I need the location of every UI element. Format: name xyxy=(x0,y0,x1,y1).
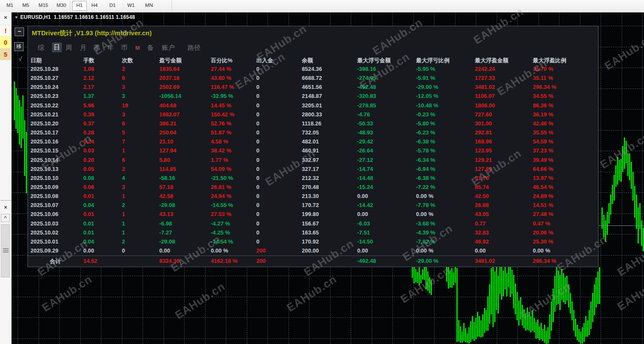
table-cell: 0.00 % xyxy=(211,247,228,254)
grid-line-horizontal xyxy=(12,276,644,276)
price-bar xyxy=(508,267,509,287)
price-bar xyxy=(610,195,611,215)
price-bar xyxy=(570,293,571,314)
table-cell: 114.85 xyxy=(159,166,176,172)
price-bar xyxy=(559,275,561,310)
table-cell: -0.23 % xyxy=(416,111,435,118)
table-cell: 0.04 xyxy=(83,202,94,208)
table-cell: -7.22 % xyxy=(416,184,435,190)
price-bar xyxy=(573,310,574,331)
tab-8[interactable]: M xyxy=(135,45,140,51)
timeframe-button-w1[interactable]: W1 xyxy=(124,1,138,10)
table-cell: -32.95 % xyxy=(211,93,233,99)
table-cell: 27.53 % xyxy=(211,211,231,217)
tab-11[interactable]: 路径 xyxy=(188,44,200,52)
price-bar xyxy=(487,296,489,331)
table-cell: 2025.10.08 xyxy=(30,193,58,199)
timeframe-button-m1[interactable]: M1 xyxy=(3,1,16,10)
price-bar xyxy=(516,292,518,320)
price-bar xyxy=(607,212,608,235)
tab-3[interactable]: 周 xyxy=(66,44,72,52)
table-cell: -29.08 xyxy=(159,238,175,245)
table-cell: 0.00 % xyxy=(416,193,433,199)
table-cell: 0.00 xyxy=(475,247,486,254)
table-cell: 127.89 xyxy=(475,166,492,172)
table-cell: 4.58 % xyxy=(211,138,228,145)
table-cell: 0 xyxy=(256,202,259,208)
table-cell: 0.00 xyxy=(83,247,94,254)
tab-10[interactable]: 账户 xyxy=(162,44,175,52)
column-header: 盈亏金额 xyxy=(159,57,182,64)
column-header: 最大浮盈金额 xyxy=(475,57,508,64)
price-bar xyxy=(608,203,610,223)
price-bar xyxy=(595,277,597,307)
tab-1[interactable]: 综 xyxy=(38,44,44,52)
tab-4[interactable]: 月 xyxy=(80,44,86,52)
table-cell: 0.00 xyxy=(357,193,368,199)
table-cell: 36.19 % xyxy=(533,111,553,118)
column-header: 最大浮亏金额 xyxy=(357,57,391,64)
chart-ohlc: 1.16557 1.16616 1.16511 1.16548 xyxy=(54,14,135,20)
tab-7[interactable]: 币 xyxy=(121,44,128,52)
scrollbar-thumb[interactable] xyxy=(1,224,10,277)
table-cell: 2025.10.21 xyxy=(30,111,58,118)
panel-move-button[interactable]: 移 xyxy=(14,42,24,51)
price-bar xyxy=(582,327,583,344)
tab-6[interactable]: 年 xyxy=(107,44,114,52)
table-cell: -6.34 % xyxy=(416,157,435,163)
price-bar xyxy=(641,220,642,246)
timeframe-button-mn[interactable]: MN xyxy=(142,1,156,10)
table-cell: 0.01 xyxy=(83,229,94,236)
price-bar xyxy=(583,323,585,342)
panel-check-button[interactable]: √ xyxy=(16,55,24,63)
total-cell: 8324.36 xyxy=(159,258,179,264)
close-icon[interactable]: × xyxy=(0,14,11,22)
table-cell: 0 xyxy=(256,75,259,81)
timeframe-button-h1[interactable]: H1 xyxy=(72,1,87,11)
tab-2[interactable]: 日 xyxy=(52,43,62,52)
price-bar xyxy=(467,333,468,343)
table-cell: 163.65 xyxy=(302,229,319,236)
scrollbar-grip-icon xyxy=(3,248,9,249)
table-cell: -5.91 % xyxy=(416,75,435,81)
timeframe-button-m30[interactable]: M30 xyxy=(53,1,70,10)
column-header: 日期 xyxy=(30,57,42,64)
timeframe-button-h4[interactable]: H4 xyxy=(88,1,101,10)
table-cell: 0.03 xyxy=(83,147,94,154)
timeframe-button-d1[interactable]: D1 xyxy=(106,1,119,10)
price-bar xyxy=(450,270,451,287)
table-cell: 200.00 xyxy=(302,247,319,254)
tab-9[interactable]: 备 xyxy=(147,44,154,52)
price-bar xyxy=(558,271,559,304)
table-cell: 2025.10.06 xyxy=(30,211,58,217)
mt4-terminal: { "toolbar": { "timeframes": [ {"label":… xyxy=(0,0,644,344)
close-icon[interactable]: × xyxy=(0,204,11,212)
timeframe-button-m15[interactable]: M15 xyxy=(35,1,52,10)
price-bar xyxy=(587,320,588,337)
chevron-down-icon[interactable]: ▼ xyxy=(15,15,18,19)
table-cell: 35.55 % xyxy=(533,129,553,136)
price-bar xyxy=(484,308,485,333)
table-cell: 2025.10.01 xyxy=(30,238,58,245)
table-cell: 0.47 % xyxy=(533,220,550,227)
price-bar xyxy=(577,325,578,340)
price-bar xyxy=(431,280,432,295)
table-cell: -10.48 % xyxy=(416,102,438,109)
table-cell: 5.96 xyxy=(83,102,94,109)
price-bar xyxy=(417,272,418,283)
table-cell: -12.05 % xyxy=(416,93,438,99)
timeframe-toolbar: M1M5M15M30H1H4D1W1MN xyxy=(0,0,644,12)
price-bar xyxy=(634,186,635,218)
table-cell: -6.98 xyxy=(159,220,172,227)
table-cell: 327.17 xyxy=(302,166,319,172)
table-cell: 20.06 % xyxy=(533,229,553,236)
table-cell: 14.51 % xyxy=(533,202,553,208)
tab-5[interactable]: 季 xyxy=(94,44,100,52)
table-cell: 1 xyxy=(122,147,125,154)
table-cell: 292.81 xyxy=(475,129,492,136)
timeframe-button-m5[interactable]: M5 xyxy=(19,1,33,10)
chevron-up-icon[interactable]: ^ xyxy=(1,214,10,222)
grid-line-vertical xyxy=(601,12,601,344)
panel-minimize-button[interactable]: − xyxy=(15,27,24,36)
price-bar xyxy=(541,323,542,339)
